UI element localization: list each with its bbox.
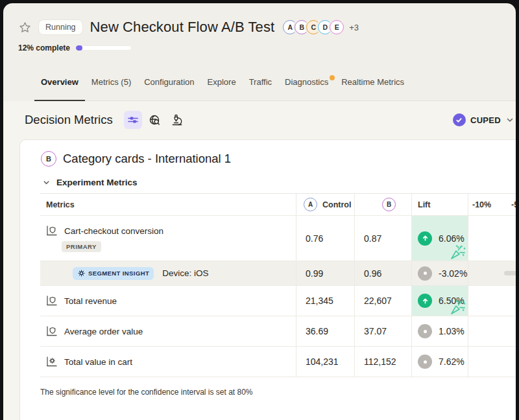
primary-badge: PRIMARY [62, 241, 101, 252]
col-lift: Lift [411, 194, 468, 215]
metric-name: Total value in cart [64, 357, 132, 367]
tab-traffic[interactable]: Traffic [243, 72, 278, 100]
chevron-down-icon [505, 115, 514, 124]
deep-dive-microscope-button[interactable] [168, 111, 186, 129]
collapse-chevron-icon [42, 178, 51, 187]
metric-row-total-revenue[interactable]: Total revenue 21,345 22,607 6.50% [40, 286, 516, 316]
lift-neutral-icon [418, 324, 432, 338]
lift-cell: -3.02% [411, 261, 468, 285]
control-value: 104,231 [296, 347, 354, 377]
globe-search-icon [149, 114, 161, 126]
chart-cell [468, 347, 516, 377]
axis-label-minus10: -10% [472, 200, 491, 209]
tab-diagnostics[interactable]: Diagnostics [278, 72, 335, 100]
lift-up-icon [418, 231, 432, 246]
treatment-value: 0.87 [354, 216, 411, 261]
control-value: 36.69 [296, 316, 354, 346]
control-chip: A [304, 198, 317, 211]
lift-cell: 7.62% [411, 347, 468, 377]
variant-metrics-card: B Category cards - International 1 Exper… [19, 139, 516, 420]
microscope-icon [171, 114, 183, 126]
cuped-label: CUPED [470, 115, 501, 125]
variant-chips: A B C D E [283, 20, 344, 34]
lift-cell: 1.03% [411, 316, 468, 346]
chart-cell [468, 316, 516, 346]
sliders-icon [127, 114, 139, 126]
segment-dimension: Device: iOS [162, 268, 208, 278]
tab-explore[interactable]: Explore [201, 72, 243, 100]
insight-gear-icon [77, 269, 86, 277]
metric-guardrail-icon [46, 225, 58, 237]
tab-bar: Overview Metrics (5) Configuration Explo… [34, 72, 516, 101]
segment-insight-badge: SEGMENT INSIGHT [73, 267, 154, 280]
lift-cell: 6.06% [411, 216, 468, 261]
col-metrics: Metrics [40, 194, 296, 215]
metric-guardrail-icon [46, 325, 58, 337]
metric-row-cart-checkout[interactable]: Cart-checkout conversion PRIMARY 0.76 0.… [40, 216, 516, 261]
chart-cell [468, 216, 516, 261]
metrics-table: Metrics AControl B Lift -10% -5 Cart-che… [40, 193, 516, 377]
metric-guardrail-icon [46, 295, 58, 307]
significance-footnote: The significance level for the confidenc… [40, 388, 516, 397]
variant-chip-e[interactable]: E [330, 20, 344, 34]
cuped-check-icon [453, 113, 466, 126]
lift-up-icon [418, 294, 432, 308]
progress-bar-fill [76, 45, 82, 51]
lift-neutral-icon [418, 266, 432, 281]
confetti-icon [448, 298, 468, 317]
lift-value: 7.62% [439, 356, 465, 367]
experiment-metrics-toggle[interactable]: Experiment Metrics [42, 178, 516, 187]
section-title: Decision Metrics [25, 113, 113, 127]
metric-name: Average order value [64, 327, 143, 336]
chart-cell [468, 261, 516, 285]
variant-b-chip: B [41, 151, 56, 167]
axis-label-minus5: -5 [511, 200, 516, 209]
confetti-icon [448, 242, 468, 262]
metric-gear-axis-icon [46, 356, 58, 368]
tab-metrics[interactable]: Metrics (5) [85, 72, 138, 100]
cuped-selector[interactable]: CUPED [453, 113, 514, 126]
tab-configuration[interactable]: Configuration [138, 72, 200, 100]
treatment-chip: B [382, 198, 396, 211]
control-value: 0.99 [296, 261, 354, 285]
page-title: New Checkout Flow A/B Test [90, 19, 275, 36]
lift-value: 1.03% [439, 326, 465, 336]
col-control-label: Control [322, 200, 351, 209]
segment-insight-label: SEGMENT INSIGHT [88, 270, 149, 277]
metric-name: Total revenue [64, 296, 117, 306]
chart-cell [468, 286, 516, 316]
status-badge: Running [38, 19, 83, 35]
confidence-interval-bar [504, 271, 516, 275]
metric-row-average-order-value[interactable]: Average order value 36.69 37.07 1.03% [40, 316, 516, 347]
control-value: 0.76 [296, 216, 354, 261]
card-title: Category cards - International 1 [63, 152, 231, 166]
experiment-metrics-label: Experiment Metrics [56, 178, 138, 187]
lift-value: -3.02% [439, 268, 467, 279]
treatment-value: 0.96 [354, 261, 411, 285]
more-variants-label[interactable]: +3 [349, 23, 359, 32]
treatment-value: 22,607 [354, 286, 411, 316]
tab-overview[interactable]: Overview [34, 72, 85, 100]
notification-dot [330, 75, 335, 80]
decision-metrics-section: Decision Metrics [3, 101, 516, 420]
lift-cell: 6.50% [411, 286, 468, 316]
metric-row-total-value-in-cart[interactable]: Total value in cart 104,231 112,152 7.62… [40, 347, 516, 377]
table-header-row: Metrics AControl B Lift -10% -5 [40, 194, 516, 216]
lift-neutral-icon [418, 355, 432, 369]
treatment-value: 37.07 [354, 316, 411, 346]
segment-insight-row[interactable]: SEGMENT INSIGHT Device: iOS 0.99 0.96 -3… [40, 261, 516, 286]
progress-label: 12% complete [18, 43, 70, 52]
control-value: 21,345 [296, 286, 354, 316]
experiment-header: Running New Checkout Flow A/B Test A B C… [3, 19, 516, 101]
progress-bar [76, 45, 132, 51]
favorite-star-icon[interactable] [18, 21, 32, 34]
app-surface: Running New Checkout Flow A/B Test A B C… [3, 3, 516, 420]
tab-realtime-metrics[interactable]: Realtime Metrics [335, 72, 411, 100]
col-chart-axis: -10% -5 [468, 194, 516, 215]
explore-globe-button[interactable] [146, 111, 164, 129]
metric-name: Cart-checkout conversion [64, 226, 163, 236]
filter-sliders-button[interactable] [124, 111, 142, 129]
treatment-value: 112,152 [354, 347, 411, 377]
